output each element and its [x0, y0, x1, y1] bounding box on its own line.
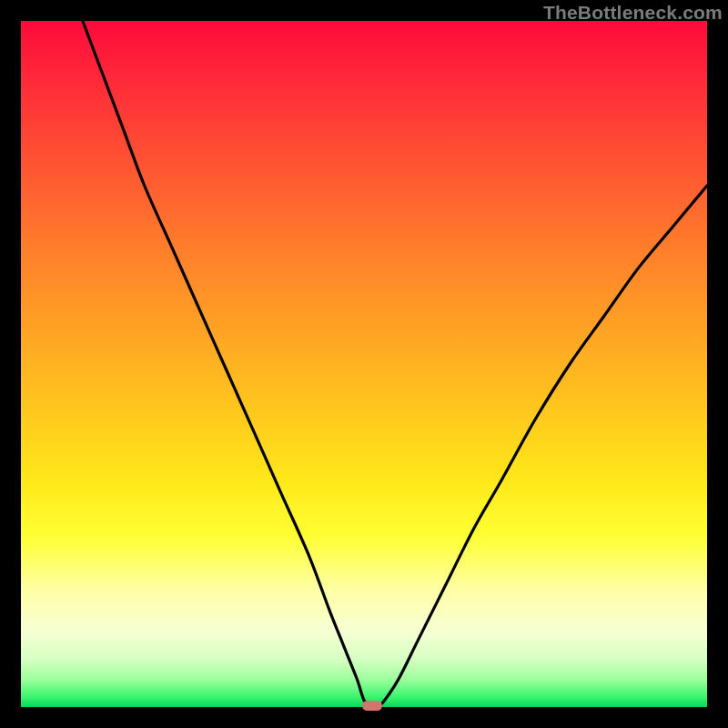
bottleneck-curve [21, 21, 707, 707]
frame: TheBottleneck.com [0, 0, 728, 728]
watermark-text: TheBottleneck.com [543, 2, 723, 24]
optimum-marker [362, 701, 382, 711]
plot-area [21, 21, 707, 707]
